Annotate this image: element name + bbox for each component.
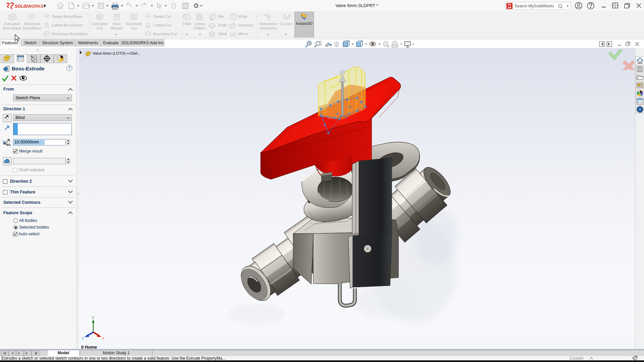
- svg-text:Revolved: Revolved: [126, 22, 142, 26]
- svg-text:Z: Z: [82, 336, 84, 340]
- svg-text:Rib: Rib: [218, 14, 224, 18]
- svg-text:Revolved: Revolved: [24, 22, 40, 26]
- svg-text:D1: D1: [7, 143, 11, 146]
- svg-text:Wizard: Wizard: [111, 26, 123, 30]
- svg-text:Boss/Base: Boss/Base: [3, 26, 21, 30]
- svg-text:Reference: Reference: [259, 22, 277, 26]
- svg-text:Shell: Shell: [218, 32, 227, 36]
- svg-text:X: X: [102, 336, 105, 340]
- svg-text:Y: Y: [92, 316, 95, 320]
- svg-text:Lofted Cut: Lofted Cut: [153, 23, 171, 27]
- svg-text:SOLIDWORKS: SOLIDWORKS: [15, 4, 44, 9]
- svg-text:Swept Boss/Base: Swept Boss/Base: [52, 14, 82, 18]
- svg-text:Cut: Cut: [131, 26, 137, 30]
- svg-text:Mirror: Mirror: [238, 32, 248, 36]
- svg-text:Cut: Cut: [97, 26, 103, 30]
- svg-text:Extruded: Extruded: [92, 22, 107, 26]
- svg-text:Linear: Linear: [195, 22, 205, 26]
- svg-text:Boss/Base: Boss/Base: [23, 26, 42, 30]
- svg-text:Valve 6mm (LOTO) <<Def...: Valve 6mm (LOTO) <<Def...: [93, 51, 141, 55]
- svg-text:Geometry: Geometry: [260, 26, 277, 30]
- svg-text:?: ?: [68, 66, 70, 70]
- svg-text:Hole: Hole: [113, 22, 121, 26]
- svg-text:Draft: Draft: [218, 23, 227, 27]
- svg-text:Pattern: Pattern: [194, 26, 206, 30]
- svg-text:Curves: Curves: [280, 22, 292, 26]
- svg-text:Lofted Boss/Base: Lofted Boss/Base: [52, 23, 82, 27]
- svg-text:Boundary Cut: Boundary Cut: [153, 32, 177, 36]
- svg-text:Wrap: Wrap: [238, 14, 247, 18]
- svg-text:Intersect: Intersect: [238, 23, 253, 27]
- svg-text:Boundary Boss/Base: Boundary Boss/Base: [52, 32, 88, 36]
- svg-text:Extruded: Extruded: [4, 22, 20, 26]
- svg-text:Swept Cut: Swept Cut: [153, 14, 171, 18]
- svg-text:Fillet: Fillet: [183, 22, 192, 26]
